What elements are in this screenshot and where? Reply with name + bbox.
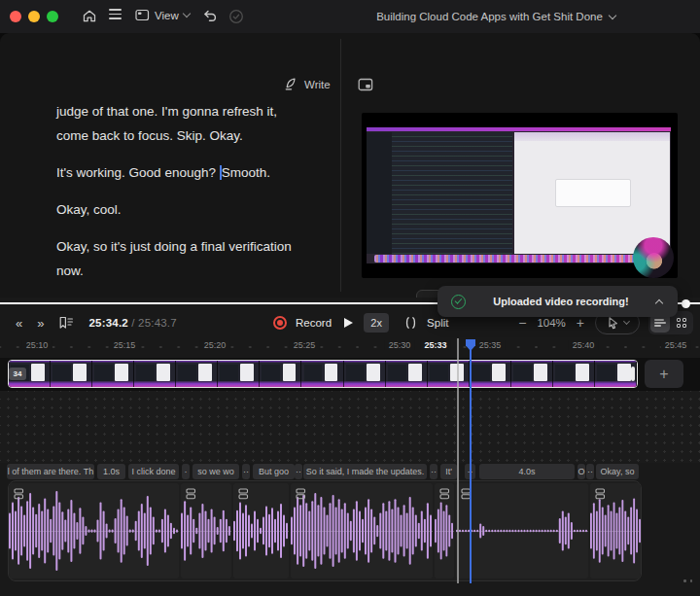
ruler-tick-label: 25:40: [569, 340, 599, 350]
zoom-window-button[interactable]: [47, 11, 58, 22]
clip-layers-icon: [595, 488, 606, 500]
split-button[interactable]: Split: [427, 317, 448, 329]
add-track-button[interactable]: +: [645, 360, 683, 388]
caption-chip[interactable]: ··: [242, 464, 250, 479]
transcript-paragraph[interactable]: It's working. Good enough? Smooth.: [56, 160, 338, 185]
close-window-button[interactable]: [10, 11, 21, 22]
caption-chip[interactable]: ··: [295, 464, 302, 479]
write-button-label: Write: [304, 79, 331, 90]
filmstrip-thumbnail[interactable]: [51, 361, 92, 387]
timeline-panel: « » 25:34.2 / 25:43.7 Record 2x Split −: [0, 298, 700, 596]
playback-speed-button[interactable]: 2x: [364, 313, 389, 333]
video-filmstrip-clip[interactable]: [8, 360, 638, 388]
grid-view-button[interactable]: [672, 313, 691, 333]
time-display: 25:34.2 / 25:43.7: [88, 317, 176, 329]
menu-button[interactable]: [109, 9, 122, 19]
caption-chip[interactable]: It': [440, 464, 457, 479]
transcript-line[interactable]: Okay, cool.: [56, 197, 338, 222]
minimize-window-button[interactable]: [28, 11, 40, 22]
ruler-tick-label: 25:30: [385, 340, 415, 350]
transcript-paragraph[interactable]: Okay, so it's just doing a final verific…: [56, 234, 338, 283]
publish-check-button[interactable]: [228, 9, 244, 24]
app-window: View Building Cloud Code Apps with Get S…: [0, 0, 700, 596]
waveform: [456, 488, 588, 574]
screen-recording-frame: [367, 127, 671, 263]
chevron-down-icon: [182, 10, 190, 18]
caption-chip[interactable]: But goo: [253, 464, 295, 479]
caption-chip[interactable]: ··: [430, 464, 438, 479]
caption-chip[interactable]: So it said, I made the updates.: [303, 464, 427, 479]
transcript-line[interactable]: Okay, so it's just doing a final verific…: [56, 234, 338, 259]
timeline-grid-area[interactable]: [0, 391, 700, 463]
write-button[interactable]: Write: [283, 77, 331, 91]
caption-chip[interactable]: ·: [182, 464, 190, 479]
caption-chip[interactable]: I click done: [128, 464, 179, 479]
project-title: Building Cloud Code Apps with Get Shit D…: [376, 11, 603, 22]
filmstrip-thumbnail[interactable]: [92, 361, 134, 387]
audio-clip[interactable]: [590, 483, 642, 578]
caption-chip[interactable]: ··: [586, 464, 594, 479]
caption-chip[interactable]: O: [578, 464, 585, 479]
filmstrip-thumbnail[interactable]: [134, 361, 176, 387]
ruler-tick-label: 25:33: [420, 340, 450, 350]
undo-button[interactable]: [202, 9, 218, 22]
caption-chip[interactable]: so we wo: [192, 464, 239, 479]
audio-clip[interactable]: [9, 483, 179, 578]
transcript-line[interactable]: now.: [56, 259, 338, 283]
caption-chip[interactable]: Okay, so: [596, 464, 639, 479]
timeline-ruler[interactable]: 25:1025:1525:2025:2525:3025:3325:3525:40…: [0, 336, 700, 358]
ruler-tick-label: 25:10: [22, 340, 52, 350]
resize-grip[interactable]: [683, 579, 692, 582]
audio-track[interactable]: [8, 480, 642, 581]
chevron-up-icon[interactable]: [655, 298, 663, 306]
filmstrip-thumbnail[interactable]: [470, 361, 511, 387]
audio-clip[interactable]: [181, 483, 231, 578]
skip-forward-button[interactable]: »: [37, 317, 44, 330]
clip-count-badge: 34: [9, 368, 26, 380]
filmstrip-thumbnail[interactable]: [344, 361, 386, 387]
text-after-caret: Smooth.: [222, 165, 270, 180]
transcript-line[interactable]: come back to focus. Skip. Okay.: [56, 123, 338, 148]
caption-chip[interactable]: 1.0s: [97, 464, 125, 479]
upload-toast[interactable]: Uploaded video recording!: [438, 286, 678, 317]
scrubber-handle[interactable]: [682, 299, 690, 308]
ruler-tick-label: 25:20: [200, 340, 230, 350]
clip-boundary-line: [457, 338, 459, 583]
audio-clip[interactable]: [291, 483, 433, 578]
transcript-paragraph[interactable]: judge of that one. I'm gonna refresh it,…: [56, 99, 338, 148]
marker-list-button[interactable]: [58, 316, 74, 330]
transcript-paragraph[interactable]: Okay, cool.: [56, 197, 338, 222]
filmstrip-thumbnail[interactable]: [218, 361, 260, 387]
zoom-level: 104%: [537, 317, 565, 329]
transcript-editor[interactable]: judge of that one. I'm gonna refresh it,…: [56, 99, 338, 296]
picture-in-picture-icon: [358, 78, 373, 91]
tracks-icon: [654, 318, 666, 328]
record-button[interactable]: Record: [296, 317, 332, 329]
zoom-out-button[interactable]: −: [516, 315, 528, 331]
view-menu[interactable]: View: [135, 9, 190, 21]
project-title-dropdown[interactable]: Building Cloud Code Apps with Get Shit D…: [350, 0, 642, 33]
filmstrip-thumbnail[interactable]: [260, 361, 301, 387]
home-button[interactable]: [82, 9, 97, 23]
caption-chip[interactable]: 4.0s: [479, 464, 575, 479]
filmstrip-thumbnail[interactable]: [176, 361, 218, 387]
filmstrip-thumbnail[interactable]: [428, 361, 470, 387]
audio-clip[interactable]: [233, 483, 289, 578]
play-button[interactable]: [344, 318, 353, 328]
caption-chip[interactable]: l of them are there. Th: [7, 464, 94, 479]
filmstrip-thumbnail[interactable]: [386, 361, 428, 387]
zoom-in-button[interactable]: +: [575, 315, 586, 331]
canvas-expand-button[interactable]: [358, 78, 373, 91]
filmstrip-thumbnail[interactable]: [511, 361, 553, 387]
filmstrip-thumbnail[interactable]: [553, 361, 595, 387]
audio-clip[interactable]: [456, 483, 588, 578]
chevron-down-icon: [609, 11, 616, 18]
transcript-line[interactable]: judge of that one. I'm gonna refresh it,: [56, 99, 338, 123]
video-preview[interactable]: [362, 113, 678, 278]
audio-clip[interactable]: [435, 483, 454, 578]
clip-trim-handle[interactable]: [631, 367, 635, 381]
transcript-line[interactable]: It's working. Good enough? Smooth.: [56, 160, 338, 185]
waveform: [590, 488, 642, 574]
filmstrip-thumbnail[interactable]: [301, 361, 343, 387]
skip-back-button[interactable]: «: [16, 317, 22, 330]
